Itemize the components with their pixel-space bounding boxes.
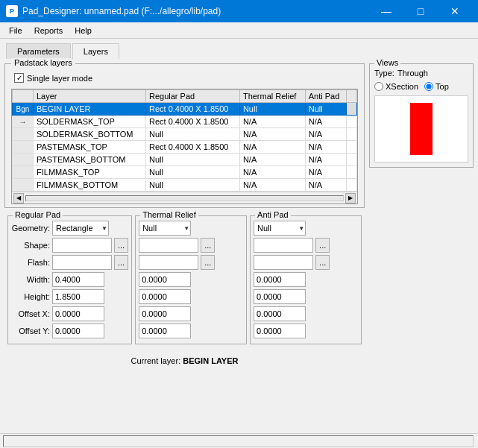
height-input-regular[interactable]	[52, 289, 104, 304]
bottom-section: Regular Pad Geometry: Rectangle ▼ Shape:…	[4, 212, 365, 347]
offset-y-input-regular[interactable]	[52, 324, 104, 338]
geometry-select-anti[interactable]: Null	[254, 221, 306, 236]
current-layer-value: BEGIN LAYER	[183, 356, 238, 365]
row-thermal: Null	[239, 103, 305, 116]
row-anti-pad: N/A	[305, 179, 346, 192]
offset-x-input-thermal[interactable]	[139, 306, 191, 321]
main-content: Padstack layers ✓ Single layer mode Laye…	[0, 59, 478, 447]
flash-input-regular[interactable]	[52, 255, 112, 270]
width-input-anti[interactable]	[254, 272, 306, 287]
row-regular-pad: Null	[145, 154, 239, 166]
row-scroll-cell	[347, 116, 357, 128]
geometry-select-regular[interactable]: Rectangle	[52, 221, 109, 236]
row-anti-pad: Null	[305, 103, 346, 116]
layers-table-container: Layer Regular Pad Thermal Relief Anti Pa…	[11, 89, 358, 204]
menu-bar: File Reports Help	[0, 22, 478, 39]
table-row[interactable]: PASTEMASK_BOTTOMNullN/AN/A	[13, 154, 357, 166]
row-layer: BEGIN LAYER	[34, 103, 146, 116]
offset-y-input-anti[interactable]	[254, 324, 306, 338]
row-layer: FILMMASK_BOTTOM	[34, 179, 146, 192]
scroll-track[interactable]	[25, 195, 344, 201]
table-row[interactable]: →SOLDERMASK_TOPRect 0.4000 X 1.8500N/AN/…	[13, 116, 357, 128]
status-bar	[0, 433, 478, 448]
shape-row-thermal: ...	[139, 238, 243, 253]
views-type-row: Type: Through	[374, 69, 468, 78]
shape-dots-button-regular[interactable]: ...	[114, 238, 128, 253]
shape-input-regular[interactable]	[52, 238, 112, 253]
row-regular-pad: Null	[145, 179, 239, 192]
single-layer-checkbox[interactable]: ✓	[14, 73, 24, 83]
height-input-thermal[interactable]	[139, 289, 191, 304]
shape-dots-button-anti[interactable]: ...	[315, 238, 330, 253]
radio-top: Top	[424, 82, 449, 91]
current-layer-label: Current layer:	[131, 356, 181, 365]
shape-input-anti[interactable]	[254, 238, 313, 253]
offset-y-input-thermal[interactable]	[139, 324, 191, 338]
geometry-select-thermal[interactable]: Null	[139, 221, 191, 236]
shape-input-thermal[interactable]	[139, 238, 198, 253]
radio-xsection-input[interactable]	[374, 82, 383, 91]
row-layer: SOLDERMASK_TOP	[34, 116, 146, 128]
tab-parameters[interactable]: Parameters	[6, 43, 71, 59]
tab-bar: Parameters Layers	[0, 39, 478, 59]
row-regular-pad: Rect 0.4000 X 1.8500	[145, 141, 239, 154]
padstack-layers-title: Padstack layers	[11, 58, 75, 67]
tab-layers[interactable]: Layers	[72, 43, 119, 60]
scroll-right-arrow[interactable]: ▶	[345, 193, 356, 204]
width-row-anti	[254, 272, 358, 287]
flash-input-thermal[interactable]	[139, 255, 198, 270]
row-anti-pad: N/A	[305, 154, 346, 166]
table-row[interactable]: FILMMASK_BOTTOMNullN/AN/A	[13, 179, 357, 192]
flash-dots-button-anti[interactable]: ...	[315, 255, 330, 270]
radio-top-label: Top	[435, 82, 449, 91]
row-scroll-cell	[347, 166, 357, 179]
table-row[interactable]: PASTEMASK_TOPRect 0.4000 X 1.8500N/AN/A	[13, 141, 357, 154]
row-label	[13, 179, 34, 192]
offset-x-input-anti[interactable]	[254, 306, 306, 321]
left-panel: Padstack layers ✓ Single layer mode Laye…	[4, 63, 365, 443]
status-panel	[3, 435, 474, 447]
pad-preview	[374, 95, 468, 163]
row-regular-pad: Rect 0.4000 X 1.8500	[145, 116, 239, 128]
offset-x-input-regular[interactable]	[52, 306, 104, 321]
flash-dots-button-regular[interactable]: ...	[114, 255, 128, 270]
current-layer-bar: Current layer: BEGIN LAYER	[4, 352, 365, 370]
width-input-regular[interactable]	[52, 272, 104, 287]
flash-input-anti[interactable]	[254, 255, 313, 270]
table-row[interactable]: FILMMASK_TOPNullN/AN/A	[13, 166, 357, 179]
maximize-button[interactable]: □	[403, 0, 438, 22]
row-label	[13, 166, 34, 179]
row-scroll-cell	[347, 128, 357, 141]
offset-y-row-regular: Offset Y:	[11, 324, 128, 338]
row-label: Bgn	[13, 103, 34, 116]
geometry-select-wrapper-thermal: Null ▼	[139, 221, 191, 236]
height-input-anti[interactable]	[254, 289, 306, 304]
menu-reports[interactable]: Reports	[28, 25, 69, 37]
radio-top-input[interactable]	[424, 82, 433, 91]
close-button[interactable]: ✕	[438, 0, 472, 22]
minimize-button[interactable]: —	[369, 0, 403, 22]
table-row[interactable]: BgnBEGIN LAYERRect 0.4000 X 1.8500NullNu…	[13, 103, 357, 116]
radio-xsection: XSection	[374, 82, 418, 91]
offset-x-row-regular: Offset X:	[11, 306, 128, 321]
shape-dots-button-thermal[interactable]: ...	[201, 238, 215, 253]
anti-pad-group: Anti Pad Null ▼ ... ...	[250, 215, 362, 344]
geometry-row-thermal: Null ▼	[139, 221, 243, 236]
width-row-regular: Width:	[11, 272, 128, 287]
menu-help[interactable]: Help	[69, 25, 98, 37]
menu-file[interactable]: File	[3, 25, 28, 37]
row-scroll-cell	[347, 154, 357, 166]
scroll-left-arrow[interactable]: ◀	[13, 193, 24, 204]
thermal-relief-group: Thermal Relief Null ▼ ... ...	[135, 215, 247, 344]
row-thermal: N/A	[239, 116, 305, 128]
views-group: Views Type: Through XSection Top	[369, 63, 474, 168]
width-input-thermal[interactable]	[139, 272, 191, 287]
col-header-regular-pad: Regular Pad	[145, 90, 239, 103]
height-row-regular: Height:	[11, 289, 128, 304]
col-header-rowlabel	[13, 90, 34, 103]
offset-x-row-anti	[254, 306, 358, 321]
height-label-regular: Height:	[11, 292, 50, 301]
flash-dots-button-thermal[interactable]: ...	[201, 255, 215, 270]
table-row[interactable]: SOLDERMASK_BOTTOMNullN/AN/A	[13, 128, 357, 141]
layers-table: Layer Regular Pad Thermal Relief Anti Pa…	[12, 89, 357, 192]
